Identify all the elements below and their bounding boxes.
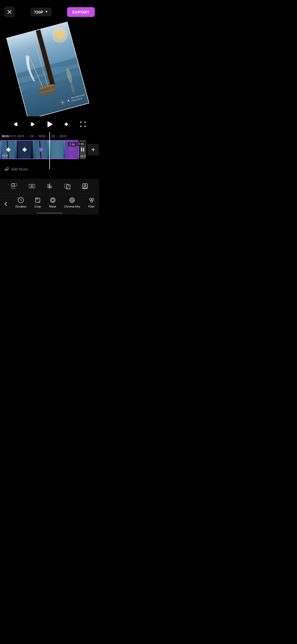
playhead — [49, 132, 50, 169]
svg-rect-43 — [29, 184, 31, 188]
export-button[interactable]: EXPORT — [67, 7, 95, 17]
mask-icon — [49, 196, 56, 204]
svg-rect-26 — [51, 141, 64, 159]
playback-controls — [0, 116, 99, 132]
ruler-mark-1: 00:01 — [18, 135, 24, 138]
tab-mask-label: Mask — [49, 205, 56, 208]
video-frame-wrapper: ✕ Wondershare FilmoraGo — [6, 22, 89, 116]
toolbar-btn-5[interactable] — [80, 181, 90, 191]
svg-rect-40 — [12, 183, 14, 186]
duration-icon — [17, 196, 25, 204]
add-music-text: Add Music — [11, 167, 28, 171]
svg-rect-20 — [64, 122, 68, 126]
fullscreen-button[interactable] — [77, 118, 89, 130]
clip-speed-badge: x1.0 — [2, 154, 8, 157]
play-button[interactable] — [44, 118, 55, 130]
svg-rect-42 — [12, 186, 14, 189]
tab-chroma-label: Chroma Key — [64, 205, 80, 208]
resolution-button[interactable]: 720P — [30, 8, 52, 16]
resolution-label: 720P — [34, 10, 43, 14]
ruler-mark-2: .15f — [29, 135, 34, 138]
nav-tabs: Duration Crop — [12, 196, 99, 208]
forward-button[interactable] — [27, 118, 39, 130]
total-time: /00:55 — [9, 135, 16, 138]
back-button[interactable] — [0, 196, 12, 211]
svg-rect-45 — [33, 184, 35, 188]
svg-marker-19 — [48, 121, 53, 127]
current-time: 00:01 — [2, 135, 9, 138]
ruler-mark-4: .15f — [50, 135, 55, 138]
keyframe-button[interactable] — [60, 118, 72, 130]
svg-point-58 — [51, 199, 54, 201]
svg-line-39 — [5, 169, 6, 169]
close-button[interactable] — [4, 7, 15, 17]
filter-icon — [88, 196, 95, 204]
tab-duration-label: Duration — [15, 205, 26, 208]
keyframe-2 — [22, 148, 27, 152]
music-icon — [4, 166, 9, 172]
rewind-button[interactable] — [11, 118, 22, 130]
toolbar-btn-4[interactable] — [62, 181, 73, 191]
svg-line-37 — [6, 167, 8, 168]
keyframe-1 — [6, 148, 11, 152]
edit-toolbar — [0, 179, 99, 194]
keyframe-3-active — [39, 148, 43, 152]
svg-marker-2 — [45, 11, 48, 13]
toolbar-btn-3[interactable] — [44, 181, 55, 191]
tab-crop[interactable]: Crop — [34, 196, 41, 208]
ruler-mark-3: 00:02 — [39, 135, 45, 138]
bottom-nav: Duration Crop — [0, 194, 99, 215]
tab-chroma[interactable]: Chroma Key — [64, 196, 80, 208]
tab-filter[interactable]: Filter — [88, 196, 95, 208]
chroma-icon — [68, 196, 76, 204]
track-inner[interactable]: 2.8s x1.0 — [0, 140, 79, 159]
track-thumb-3 — [33, 141, 49, 159]
clip-speed-badge-2: x1.0 — [80, 154, 86, 158]
svg-rect-29 — [83, 148, 84, 151]
add-clip-button[interactable] — [87, 144, 99, 155]
tab-crop-label: Crop — [35, 205, 41, 208]
svg-point-62 — [71, 199, 73, 201]
svg-rect-28 — [81, 148, 82, 151]
svg-point-38 — [6, 170, 6, 170]
video-frame: ✕ Wondershare FilmoraGo — [6, 22, 89, 116]
toolbar-btn-1[interactable] — [9, 181, 20, 191]
ruler-mark-5: 00:03 — [60, 135, 66, 138]
track-thumb-2 — [17, 141, 33, 159]
home-indicator — [36, 213, 63, 214]
top-bar: 720P EXPORT — [0, 0, 99, 19]
tab-filter-label: Filter — [88, 205, 95, 208]
video-preview: ✕ Wondershare FilmoraGo — [0, 19, 99, 116]
clip-duration-badge-2: 0.4s — [77, 142, 85, 146]
svg-rect-55 — [36, 198, 40, 202]
tab-duration[interactable]: Duration — [15, 196, 26, 208]
svg-rect-41 — [14, 183, 17, 186]
clip-duration-badge: 2.8s — [68, 142, 76, 146]
tab-mask[interactable]: Mask — [49, 196, 56, 208]
svg-point-69 — [91, 200, 93, 202]
track-thumb-4 — [49, 141, 65, 159]
crop-icon — [34, 196, 41, 204]
toolbar-btn-2[interactable] — [27, 181, 37, 191]
